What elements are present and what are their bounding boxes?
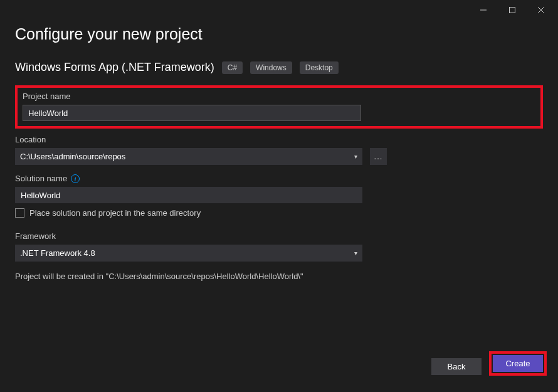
location-value: C:\Users\admin\source\repos <box>20 152 125 161</box>
project-path-status: Project will be created in "C:\Users\adm… <box>15 272 543 281</box>
tag-language: C# <box>222 61 243 74</box>
location-label: Location <box>15 135 543 144</box>
subtitle-row: Windows Forms App (.NET Framework) C# Wi… <box>15 61 543 74</box>
solution-name-label-text: Solution name <box>15 174 67 183</box>
browse-button[interactable]: ... <box>370 148 387 165</box>
same-directory-label: Place solution and project in the same d… <box>29 208 201 218</box>
project-name-input[interactable] <box>23 105 361 121</box>
back-button[interactable]: Back <box>431 358 482 375</box>
project-name-highlight: Project name <box>15 85 543 129</box>
page-title: Configure your new project <box>15 25 543 43</box>
framework-value: .NET Framework 4.8 <box>20 248 95 258</box>
close-button[interactable] <box>527 0 555 20</box>
framework-dropdown[interactable]: .NET Framework 4.8 ▾ <box>15 245 362 262</box>
info-icon[interactable]: i <box>71 174 80 183</box>
minimize-button[interactable] <box>469 0 498 20</box>
solution-name-input[interactable] <box>15 187 362 203</box>
solution-name-label: Solution name i <box>15 174 543 183</box>
framework-label: Framework <box>15 231 543 241</box>
location-dropdown[interactable]: C:\Users\admin\source\repos ▾ <box>15 148 362 165</box>
create-button[interactable]: Create <box>493 355 543 372</box>
chevron-down-icon: ▾ <box>354 250 357 257</box>
svg-rect-1 <box>510 8 515 13</box>
chevron-down-icon: ▾ <box>354 153 357 160</box>
same-directory-checkbox[interactable] <box>15 208 24 218</box>
tag-platform: Windows <box>250 61 292 74</box>
create-button-highlight: Create <box>489 351 547 376</box>
dialog-footer: Back Create <box>431 351 547 382</box>
tag-apptype: Desktop <box>300 61 339 74</box>
project-name-label: Project name <box>23 92 535 101</box>
maximize-button[interactable] <box>498 0 527 20</box>
window-titlebar <box>0 0 558 20</box>
project-template-name: Windows Forms App (.NET Framework) <box>15 61 214 74</box>
